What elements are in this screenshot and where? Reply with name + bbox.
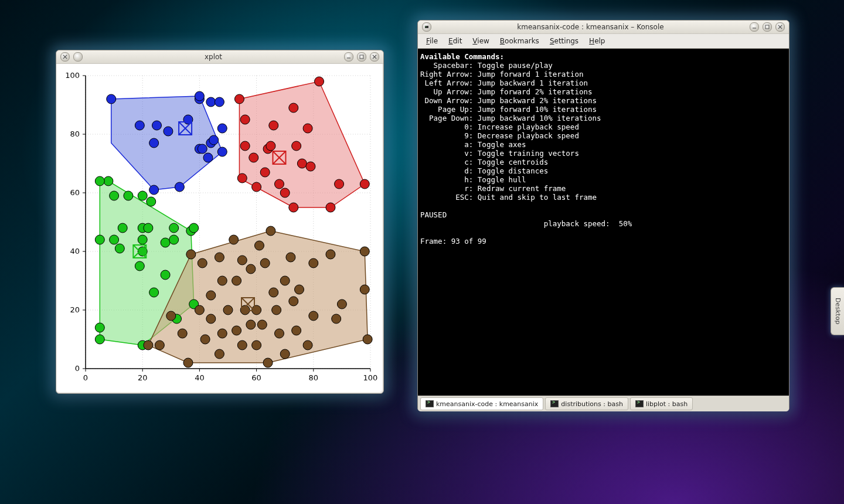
close-button[interactable] (775, 22, 785, 32)
maximize-button[interactable] (763, 22, 772, 32)
svg-point-106 (169, 223, 179, 233)
desktop-pager-tab[interactable]: Desktop (831, 287, 844, 335)
svg-point-66 (217, 147, 227, 156)
svg-point-164 (215, 349, 224, 359)
svg-point-161 (272, 305, 281, 315)
svg-point-135 (309, 311, 318, 321)
svg-point-110 (149, 288, 159, 297)
menu-view[interactable]: View (468, 36, 494, 46)
svg-point-103 (135, 261, 144, 271)
xplot-titlebar[interactable]: xplot (56, 50, 383, 64)
svg-point-122 (246, 264, 256, 274)
menu-help[interactable]: Help (584, 36, 610, 46)
svg-point-62 (217, 124, 227, 133)
svg-point-67 (234, 94, 244, 104)
svg-point-85 (326, 203, 335, 212)
svg-point-99 (110, 235, 119, 244)
menu-file[interactable]: File (421, 36, 443, 46)
svg-text:20: 20 (70, 305, 80, 314)
svg-rect-178 (426, 26, 426, 27)
konsole-tab-label: distributions : bash (561, 400, 623, 408)
svg-point-82 (297, 159, 307, 168)
pin-button[interactable] (73, 52, 83, 62)
svg-point-127 (295, 285, 304, 294)
svg-point-90 (95, 176, 104, 186)
svg-text:40: 40 (70, 247, 80, 256)
svg-point-75 (266, 141, 275, 151)
svg-point-136 (303, 340, 312, 350)
svg-point-125 (280, 276, 290, 285)
window-menu-button[interactable] (60, 52, 70, 62)
svg-point-129 (326, 250, 335, 259)
svg-point-120 (237, 256, 247, 265)
konsole-tab[interactable]: distributions : bash (545, 397, 628, 410)
svg-point-60 (206, 97, 216, 107)
window-menu-button[interactable] (422, 22, 431, 32)
konsole-tab[interactable]: kmeansanix-code : kmeansanix (420, 397, 543, 410)
svg-point-50 (152, 121, 162, 130)
svg-point-68 (240, 115, 250, 124)
svg-text:0: 0 (75, 364, 80, 373)
svg-point-87 (360, 179, 369, 189)
svg-point-101 (115, 244, 124, 253)
svg-point-123 (260, 258, 270, 268)
svg-point-152 (166, 311, 176, 321)
svg-point-70 (249, 153, 258, 162)
svg-point-130 (360, 247, 369, 256)
minimize-button[interactable] (750, 22, 759, 32)
svg-marker-44 (111, 96, 223, 190)
menu-bookmarks[interactable]: Bookmarks (495, 36, 544, 46)
svg-point-157 (232, 276, 241, 285)
svg-point-52 (164, 127, 173, 136)
konsole-titlebar[interactable]: kmeansanix-code : kmeansanix – Konsole (418, 21, 789, 34)
svg-point-84 (303, 124, 312, 133)
konsole-tab-label: kmeansanix-code : kmeansanix (436, 400, 538, 408)
plot-area[interactable]: 020406080100020406080100 (56, 64, 382, 392)
svg-rect-177 (425, 26, 428, 28)
svg-point-150 (183, 358, 193, 367)
svg-point-115 (95, 335, 104, 344)
svg-point-98 (95, 235, 104, 244)
svg-point-132 (363, 335, 372, 344)
svg-point-73 (260, 168, 270, 177)
svg-point-56 (198, 144, 207, 154)
svg-point-147 (206, 314, 216, 323)
svg-point-80 (292, 141, 301, 151)
svg-point-61 (215, 97, 224, 107)
svg-point-81 (289, 203, 298, 212)
menu-settings[interactable]: Settings (545, 36, 583, 46)
close-button[interactable] (370, 52, 379, 62)
svg-point-72 (252, 182, 261, 192)
svg-point-155 (206, 291, 216, 300)
svg-point-86 (335, 179, 344, 189)
svg-point-119 (229, 235, 239, 244)
svg-point-105 (169, 235, 179, 244)
svg-point-114 (95, 323, 104, 332)
svg-point-133 (337, 299, 346, 309)
svg-point-146 (217, 329, 227, 338)
svg-point-138 (280, 349, 290, 359)
svg-point-95 (118, 223, 127, 233)
terminal-icon (635, 400, 644, 407)
svg-point-88 (306, 162, 315, 171)
svg-point-83 (315, 77, 324, 86)
konsole-window: kmeansanix-code : kmeansanix – Konsole F… (417, 20, 789, 411)
konsole-tab[interactable]: libplot : bash (630, 397, 693, 410)
svg-point-89 (104, 176, 113, 186)
svg-point-134 (332, 314, 341, 323)
svg-point-59 (195, 91, 204, 101)
maximize-button[interactable] (357, 52, 366, 62)
svg-point-160 (257, 320, 267, 329)
svg-point-117 (198, 258, 207, 268)
minimize-button[interactable] (344, 52, 353, 62)
svg-point-65 (203, 153, 213, 162)
terminal-output[interactable]: Available Commands: Spacebar: Toggle pau… (418, 49, 789, 396)
svg-point-144 (232, 326, 241, 335)
menu-edit[interactable]: Edit (444, 36, 467, 46)
svg-point-139 (274, 329, 284, 338)
svg-text:40: 40 (195, 373, 205, 382)
svg-point-54 (149, 185, 159, 195)
svg-point-48 (107, 94, 116, 104)
svg-point-154 (144, 340, 153, 350)
svg-rect-3 (360, 55, 363, 59)
